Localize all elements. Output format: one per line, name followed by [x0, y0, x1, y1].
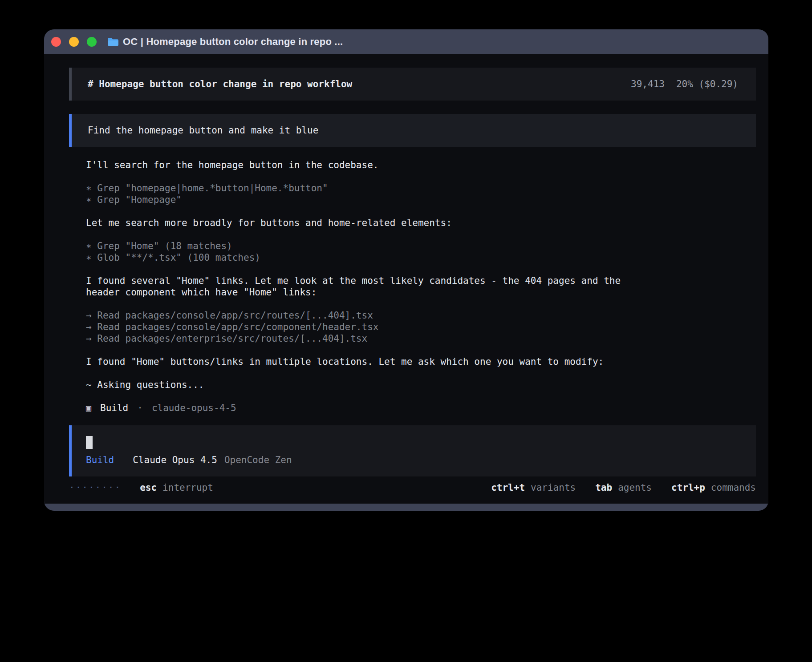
glob-tool-call: ∗ Glob "**/*.tsx" (100 matches) [86, 252, 756, 263]
traffic-lights [51, 37, 97, 47]
assistant-text: Let me search more broadly for buttons a… [86, 217, 756, 229]
agent-attribution-row: ▣ Build · claude-opus-4-5 [86, 402, 756, 414]
status-bar: ········ esc interrupt ctrl+t variants t… [69, 482, 756, 493]
commands-shortcut: ctrl+p commands [671, 482, 756, 493]
assistant-paragraph: Let me search more broadly for buttons a… [86, 217, 756, 229]
assistant-text: I found several "Home" links. Let me loo… [86, 275, 756, 287]
spinner-dots-icon: ········ [69, 482, 121, 493]
agents-label: agents [618, 482, 652, 493]
interrupt-hint: esc interrupt [140, 482, 213, 493]
model-indicator: Claude Opus 4.5 [133, 454, 217, 466]
ctrl-p-key: ctrl+p [671, 482, 705, 493]
assistant-text: header component which have "Home" links… [86, 287, 756, 298]
shortcut-hints: ctrl+t variants tab agents ctrl+p comman… [491, 482, 756, 493]
session-title: # Homepage button color change in repo w… [88, 78, 352, 90]
read-tool-call: → Read packages/console/app/src/routes/[… [86, 310, 756, 321]
variants-label: variants [531, 482, 576, 493]
text-cursor [86, 436, 93, 449]
build-agent-icon: ▣ [86, 402, 91, 414]
window-title: OC | Homepage button color change in rep… [123, 36, 343, 48]
agents-shortcut: tab agents [595, 482, 652, 493]
assistant-paragraph: I found several "Home" links. Let me loo… [86, 275, 756, 298]
read-tool-call: → Read packages/console/app/src/componen… [86, 321, 756, 333]
token-count: 39,413 [631, 78, 665, 90]
tool-call-group: ∗ Grep "Home" (18 matches) ∗ Glob "**/*.… [86, 240, 756, 263]
prompt-input[interactable]: Build Claude Opus 4.5 OpenCode Zen [69, 425, 756, 476]
transcript: I'll search for the homepage button in t… [69, 159, 756, 414]
session-stats: 39,413 20% ($0.29) [631, 78, 738, 90]
titlebar[interactable]: OC | Homepage button color change in rep… [44, 29, 768, 54]
esc-key: esc [140, 482, 157, 493]
minimize-button[interactable] [69, 37, 79, 47]
input-meta-row: Build Claude Opus 4.5 OpenCode Zen [86, 454, 740, 466]
tool-call-group: ∗ Grep "homepage|home.*button|Home.*butt… [86, 182, 756, 206]
terminal-content: # Homepage button color change in repo w… [44, 54, 768, 504]
window-bottom-edge [44, 504, 768, 511]
provider-indicator: OpenCode Zen [224, 454, 292, 466]
commands-label: commands [711, 482, 756, 493]
assistant-status: ~ Asking questions... [86, 379, 756, 391]
agent-model: claude-opus-4-5 [152, 402, 236, 414]
variants-shortcut: ctrl+t variants [491, 482, 576, 493]
ctrl-t-key: ctrl+t [491, 482, 525, 493]
read-tool-call: → Read packages/enterprise/src/routes/[.… [86, 333, 756, 344]
grep-tool-call: ∗ Grep "Home" (18 matches) [86, 240, 756, 252]
tab-key: tab [595, 482, 612, 493]
user-message: Find the homepage button and make it blu… [69, 114, 756, 147]
interrupt-label: interrupt [162, 482, 213, 493]
asking-questions-status: ~ Asking questions... [86, 379, 756, 391]
session-header: # Homepage button color change in repo w… [69, 68, 756, 101]
agent-separator: · [137, 402, 143, 414]
assistant-paragraph: I'll search for the homepage button in t… [86, 159, 756, 171]
assistant-text: I'll search for the homepage button in t… [86, 159, 756, 171]
grep-tool-call: ∗ Grep "homepage|home.*button|Home.*butt… [86, 182, 756, 194]
zoom-button[interactable] [87, 37, 97, 47]
mode-indicator: Build [86, 454, 114, 466]
terminal-window: OC | Homepage button color change in rep… [44, 29, 768, 511]
user-message-text: Find the homepage button and make it blu… [88, 125, 318, 136]
context-cost: 20% ($0.29) [676, 78, 738, 90]
assistant-text: I found "Home" buttons/links in multiple… [86, 356, 756, 367]
tool-call-group: → Read packages/console/app/src/routes/[… [86, 310, 756, 344]
close-button[interactable] [51, 37, 61, 47]
assistant-paragraph: I found "Home" buttons/links in multiple… [86, 356, 756, 367]
agent-name: Build [100, 402, 128, 414]
grep-tool-call: ∗ Grep "Homepage" [86, 194, 756, 206]
folder-icon [107, 37, 119, 47]
